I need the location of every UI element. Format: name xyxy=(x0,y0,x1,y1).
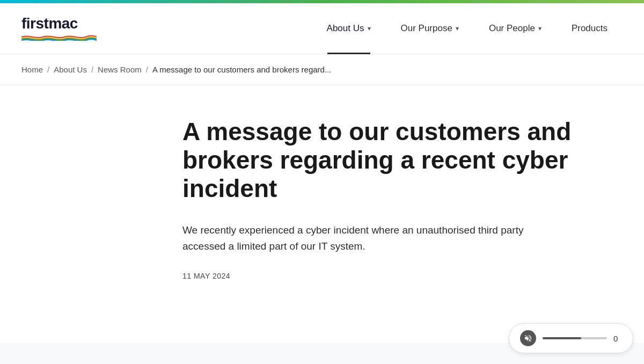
site-header: firstmac About Us ▾ Our Purpose ▾ Our Pe… xyxy=(0,3,644,54)
chevron-down-icon: ▾ xyxy=(456,25,459,32)
breadcrumb: Home / About Us / News Room / A message … xyxy=(21,65,623,74)
volume-number: 0 xyxy=(613,334,622,343)
breadcrumb-current: A message to our customers and brokers r… xyxy=(152,65,332,74)
mute-icon xyxy=(524,334,532,343)
nav-item-about-us[interactable]: About Us ▾ xyxy=(312,3,386,54)
chevron-down-icon: ▾ xyxy=(538,25,541,32)
logo[interactable]: firstmac xyxy=(21,16,97,41)
logo-text: firstmac xyxy=(21,16,78,31)
nav-label-products: Products xyxy=(572,23,608,34)
nav-item-our-purpose[interactable]: Our Purpose ▾ xyxy=(386,3,474,54)
article-date: 11 MAY 2024 xyxy=(182,272,623,280)
breadcrumb-separator-2: / xyxy=(91,65,93,74)
nav-label-about-us: About Us xyxy=(327,23,364,34)
volume-slider[interactable] xyxy=(543,337,607,339)
article-intro: We recently experienced a cyber incident… xyxy=(182,222,569,255)
audio-player: 0 xyxy=(509,323,633,353)
breadcrumb-news-room[interactable]: News Room xyxy=(98,65,142,74)
breadcrumb-home[interactable]: Home xyxy=(21,65,43,74)
nav-label-our-purpose: Our Purpose xyxy=(401,23,452,34)
breadcrumb-about-us[interactable]: About Us xyxy=(54,65,87,74)
main-content: A message to our customers and brokers r… xyxy=(0,85,644,343)
article-title: A message to our customers and brokers r… xyxy=(182,118,580,203)
chevron-down-icon: ▾ xyxy=(368,25,371,32)
breadcrumb-separator-3: / xyxy=(146,65,148,74)
main-nav: About Us ▾ Our Purpose ▾ Our People ▾ Pr… xyxy=(312,3,623,54)
nav-label-our-people: Our People xyxy=(489,23,535,34)
volume-slider-fill xyxy=(543,337,581,339)
logo-waves-icon xyxy=(21,33,97,41)
nav-item-our-people[interactable]: Our People ▾ xyxy=(474,3,557,54)
breadcrumb-section: Home / About Us / News Room / A message … xyxy=(0,54,644,85)
breadcrumb-separator-1: / xyxy=(47,65,49,74)
mute-button[interactable] xyxy=(520,330,536,346)
nav-item-products[interactable]: Products xyxy=(557,3,623,54)
